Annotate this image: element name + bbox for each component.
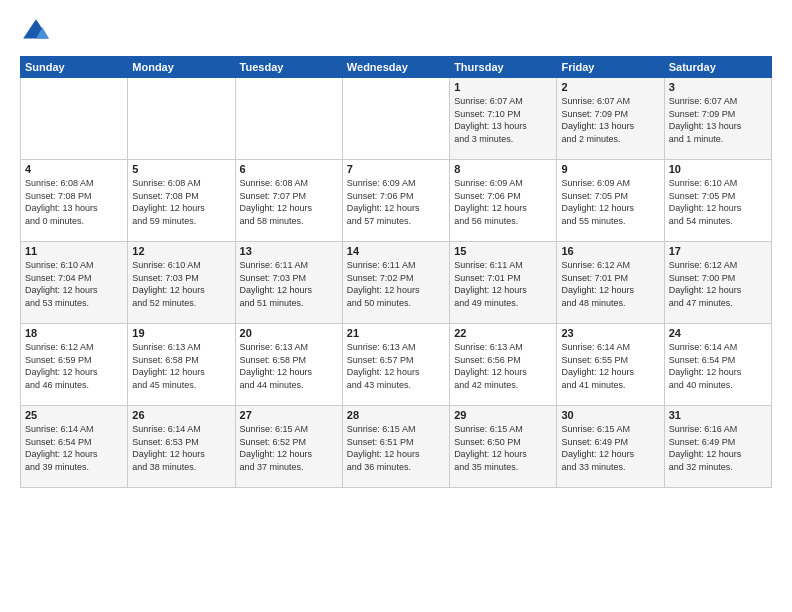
calendar-cell: 1Sunrise: 6:07 AM Sunset: 7:10 PM Daylig… <box>450 78 557 160</box>
day-number: 26 <box>132 409 230 421</box>
day-number: 16 <box>561 245 659 257</box>
day-number: 23 <box>561 327 659 339</box>
day-number: 3 <box>669 81 767 93</box>
day-info: Sunrise: 6:15 AM Sunset: 6:51 PM Dayligh… <box>347 423 445 473</box>
calendar-cell: 29Sunrise: 6:15 AM Sunset: 6:50 PM Dayli… <box>450 406 557 488</box>
calendar-cell: 28Sunrise: 6:15 AM Sunset: 6:51 PM Dayli… <box>342 406 449 488</box>
day-info: Sunrise: 6:11 AM Sunset: 7:03 PM Dayligh… <box>240 259 338 309</box>
weekday-header-monday: Monday <box>128 57 235 78</box>
calendar-cell: 20Sunrise: 6:13 AM Sunset: 6:58 PM Dayli… <box>235 324 342 406</box>
day-info: Sunrise: 6:15 AM Sunset: 6:52 PM Dayligh… <box>240 423 338 473</box>
weekday-header-saturday: Saturday <box>664 57 771 78</box>
calendar-cell: 30Sunrise: 6:15 AM Sunset: 6:49 PM Dayli… <box>557 406 664 488</box>
day-info: Sunrise: 6:16 AM Sunset: 6:49 PM Dayligh… <box>669 423 767 473</box>
day-info: Sunrise: 6:10 AM Sunset: 7:05 PM Dayligh… <box>669 177 767 227</box>
day-number: 5 <box>132 163 230 175</box>
day-info: Sunrise: 6:13 AM Sunset: 6:57 PM Dayligh… <box>347 341 445 391</box>
day-info: Sunrise: 6:12 AM Sunset: 7:00 PM Dayligh… <box>669 259 767 309</box>
calendar-cell: 13Sunrise: 6:11 AM Sunset: 7:03 PM Dayli… <box>235 242 342 324</box>
day-number: 18 <box>25 327 123 339</box>
day-number: 28 <box>347 409 445 421</box>
calendar-cell: 7Sunrise: 6:09 AM Sunset: 7:06 PM Daylig… <box>342 160 449 242</box>
day-number: 12 <box>132 245 230 257</box>
calendar-cell: 9Sunrise: 6:09 AM Sunset: 7:05 PM Daylig… <box>557 160 664 242</box>
calendar-cell: 5Sunrise: 6:08 AM Sunset: 7:08 PM Daylig… <box>128 160 235 242</box>
day-number: 10 <box>669 163 767 175</box>
day-info: Sunrise: 6:14 AM Sunset: 6:54 PM Dayligh… <box>669 341 767 391</box>
day-info: Sunrise: 6:10 AM Sunset: 7:03 PM Dayligh… <box>132 259 230 309</box>
calendar-cell: 25Sunrise: 6:14 AM Sunset: 6:54 PM Dayli… <box>21 406 128 488</box>
day-number: 4 <box>25 163 123 175</box>
weekday-header-thursday: Thursday <box>450 57 557 78</box>
calendar-cell: 4Sunrise: 6:08 AM Sunset: 7:08 PM Daylig… <box>21 160 128 242</box>
day-info: Sunrise: 6:12 AM Sunset: 6:59 PM Dayligh… <box>25 341 123 391</box>
calendar-cell: 21Sunrise: 6:13 AM Sunset: 6:57 PM Dayli… <box>342 324 449 406</box>
day-number: 1 <box>454 81 552 93</box>
calendar-cell: 2Sunrise: 6:07 AM Sunset: 7:09 PM Daylig… <box>557 78 664 160</box>
calendar-body: 1Sunrise: 6:07 AM Sunset: 7:10 PM Daylig… <box>21 78 772 488</box>
day-number: 8 <box>454 163 552 175</box>
day-info: Sunrise: 6:11 AM Sunset: 7:01 PM Dayligh… <box>454 259 552 309</box>
day-info: Sunrise: 6:08 AM Sunset: 7:08 PM Dayligh… <box>132 177 230 227</box>
calendar-cell <box>235 78 342 160</box>
day-info: Sunrise: 6:11 AM Sunset: 7:02 PM Dayligh… <box>347 259 445 309</box>
calendar-cell <box>342 78 449 160</box>
calendar-cell: 3Sunrise: 6:07 AM Sunset: 7:09 PM Daylig… <box>664 78 771 160</box>
calendar-cell: 18Sunrise: 6:12 AM Sunset: 6:59 PM Dayli… <box>21 324 128 406</box>
logo-icon <box>20 16 52 48</box>
day-info: Sunrise: 6:14 AM Sunset: 6:55 PM Dayligh… <box>561 341 659 391</box>
page: SundayMondayTuesdayWednesdayThursdayFrid… <box>0 0 792 612</box>
day-number: 30 <box>561 409 659 421</box>
day-number: 14 <box>347 245 445 257</box>
day-number: 15 <box>454 245 552 257</box>
day-number: 13 <box>240 245 338 257</box>
calendar-cell: 24Sunrise: 6:14 AM Sunset: 6:54 PM Dayli… <box>664 324 771 406</box>
calendar-cell: 8Sunrise: 6:09 AM Sunset: 7:06 PM Daylig… <box>450 160 557 242</box>
day-info: Sunrise: 6:12 AM Sunset: 7:01 PM Dayligh… <box>561 259 659 309</box>
calendar-table: SundayMondayTuesdayWednesdayThursdayFrid… <box>20 56 772 488</box>
calendar-header: SundayMondayTuesdayWednesdayThursdayFrid… <box>21 57 772 78</box>
day-number: 11 <box>25 245 123 257</box>
day-info: Sunrise: 6:09 AM Sunset: 7:06 PM Dayligh… <box>454 177 552 227</box>
calendar-cell <box>128 78 235 160</box>
calendar-cell: 11Sunrise: 6:10 AM Sunset: 7:04 PM Dayli… <box>21 242 128 324</box>
day-number: 6 <box>240 163 338 175</box>
day-number: 21 <box>347 327 445 339</box>
calendar-week-3: 11Sunrise: 6:10 AM Sunset: 7:04 PM Dayli… <box>21 242 772 324</box>
calendar-cell: 31Sunrise: 6:16 AM Sunset: 6:49 PM Dayli… <box>664 406 771 488</box>
day-info: Sunrise: 6:14 AM Sunset: 6:54 PM Dayligh… <box>25 423 123 473</box>
weekday-header-wednesday: Wednesday <box>342 57 449 78</box>
day-info: Sunrise: 6:07 AM Sunset: 7:09 PM Dayligh… <box>669 95 767 145</box>
day-number: 24 <box>669 327 767 339</box>
day-info: Sunrise: 6:13 AM Sunset: 6:58 PM Dayligh… <box>132 341 230 391</box>
day-number: 27 <box>240 409 338 421</box>
calendar-cell: 6Sunrise: 6:08 AM Sunset: 7:07 PM Daylig… <box>235 160 342 242</box>
calendar-cell: 16Sunrise: 6:12 AM Sunset: 7:01 PM Dayli… <box>557 242 664 324</box>
day-info: Sunrise: 6:10 AM Sunset: 7:04 PM Dayligh… <box>25 259 123 309</box>
day-info: Sunrise: 6:07 AM Sunset: 7:10 PM Dayligh… <box>454 95 552 145</box>
calendar-cell: 10Sunrise: 6:10 AM Sunset: 7:05 PM Dayli… <box>664 160 771 242</box>
day-info: Sunrise: 6:14 AM Sunset: 6:53 PM Dayligh… <box>132 423 230 473</box>
calendar-cell: 14Sunrise: 6:11 AM Sunset: 7:02 PM Dayli… <box>342 242 449 324</box>
day-number: 25 <box>25 409 123 421</box>
calendar-week-2: 4Sunrise: 6:08 AM Sunset: 7:08 PM Daylig… <box>21 160 772 242</box>
calendar-week-5: 25Sunrise: 6:14 AM Sunset: 6:54 PM Dayli… <box>21 406 772 488</box>
day-info: Sunrise: 6:13 AM Sunset: 6:56 PM Dayligh… <box>454 341 552 391</box>
day-info: Sunrise: 6:07 AM Sunset: 7:09 PM Dayligh… <box>561 95 659 145</box>
logo <box>20 16 56 48</box>
weekday-header-sunday: Sunday <box>21 57 128 78</box>
day-info: Sunrise: 6:15 AM Sunset: 6:49 PM Dayligh… <box>561 423 659 473</box>
day-number: 17 <box>669 245 767 257</box>
weekday-header-tuesday: Tuesday <box>235 57 342 78</box>
day-number: 29 <box>454 409 552 421</box>
calendar-cell: 27Sunrise: 6:15 AM Sunset: 6:52 PM Dayli… <box>235 406 342 488</box>
day-info: Sunrise: 6:13 AM Sunset: 6:58 PM Dayligh… <box>240 341 338 391</box>
calendar-cell <box>21 78 128 160</box>
day-info: Sunrise: 6:09 AM Sunset: 7:06 PM Dayligh… <box>347 177 445 227</box>
calendar-cell: 26Sunrise: 6:14 AM Sunset: 6:53 PM Dayli… <box>128 406 235 488</box>
day-number: 22 <box>454 327 552 339</box>
calendar-cell: 22Sunrise: 6:13 AM Sunset: 6:56 PM Dayli… <box>450 324 557 406</box>
weekday-header-friday: Friday <box>557 57 664 78</box>
header <box>20 16 772 48</box>
day-number: 31 <box>669 409 767 421</box>
